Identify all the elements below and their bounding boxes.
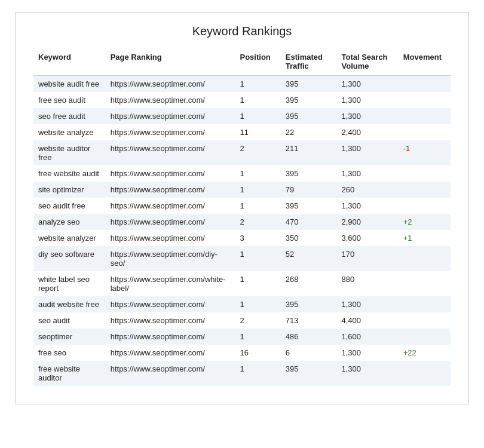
cell-page_ranking: https://www.seoptimer.com/ bbox=[106, 140, 235, 165]
cell-page_ranking: https://www.seoptimer.com/ bbox=[106, 329, 235, 345]
col-header-total-search-volume: Total Search Volume bbox=[337, 49, 399, 76]
cell-estimated_traffic: 350 bbox=[281, 230, 337, 246]
cell-movement bbox=[399, 124, 451, 140]
cell-page_ranking: https://www.seoptimer.com/ bbox=[106, 76, 235, 93]
table-row: free website audithttps://www.seoptimer.… bbox=[33, 165, 451, 182]
cell-movement: +1 bbox=[399, 230, 451, 246]
table-row: free seohttps://www.seoptimer.com/1661,3… bbox=[33, 345, 451, 361]
col-header-estimated-traffic: Estimated Traffic bbox=[281, 49, 337, 76]
cell-movement bbox=[399, 271, 451, 296]
table-row: seo free audithttps://www.seoptimer.com/… bbox=[33, 108, 451, 124]
table-header-row: Keyword Page Ranking Position Estimated … bbox=[33, 49, 451, 76]
cell-total_search_volume: 4,400 bbox=[337, 312, 399, 329]
cell-estimated_traffic: 486 bbox=[281, 329, 337, 345]
cell-estimated_traffic: 395 bbox=[281, 296, 337, 312]
cell-keyword: seoptimer bbox=[33, 329, 106, 345]
cell-position: 1 bbox=[235, 296, 280, 312]
cell-position: 1 bbox=[235, 165, 280, 182]
cell-position: 1 bbox=[235, 198, 280, 214]
cell-total_search_volume: 880 bbox=[337, 271, 399, 296]
cell-movement bbox=[399, 92, 451, 108]
cell-keyword: seo audit bbox=[33, 312, 106, 329]
cell-estimated_traffic: 713 bbox=[281, 312, 337, 329]
cell-position: 2 bbox=[235, 214, 280, 230]
cell-position: 2 bbox=[235, 312, 280, 329]
cell-total_search_volume: 1,300 bbox=[337, 76, 399, 93]
cell-movement bbox=[399, 312, 451, 329]
cell-keyword: audit website free bbox=[33, 296, 106, 312]
cell-keyword: website analyzer bbox=[33, 230, 106, 246]
table-row: free website auditorhttps://www.seoptime… bbox=[33, 361, 451, 386]
cell-movement bbox=[399, 108, 451, 124]
cell-page_ranking: https://www.seoptimer.com/ bbox=[106, 92, 235, 108]
cell-movement: +2 bbox=[399, 214, 451, 230]
table-row: free seo audithttps://www.seoptimer.com/… bbox=[33, 92, 451, 108]
table-row: analyze seohttps://www.seoptimer.com/247… bbox=[33, 214, 451, 230]
cell-total_search_volume: 2,900 bbox=[337, 214, 399, 230]
cell-page_ranking: https://www.seoptimer.com/ bbox=[106, 230, 235, 246]
cell-keyword: seo free audit bbox=[33, 108, 106, 124]
page-title: Keyword Rankings bbox=[33, 24, 451, 38]
cell-movement bbox=[399, 198, 451, 214]
cell-estimated_traffic: 6 bbox=[281, 345, 337, 361]
cell-page_ranking: https://www.seoptimer.com/ bbox=[106, 108, 235, 124]
cell-page_ranking: https://www.seoptimer.com/ bbox=[106, 182, 235, 198]
cell-page_ranking: https://www.seoptimer.com/white-label/ bbox=[106, 271, 235, 296]
cell-estimated_traffic: 211 bbox=[281, 140, 337, 165]
cell-position: 16 bbox=[235, 345, 280, 361]
cell-estimated_traffic: 395 bbox=[281, 92, 337, 108]
cell-keyword: website auditor free bbox=[33, 140, 106, 165]
col-header-keyword: Keyword bbox=[33, 49, 106, 76]
cell-total_search_volume: 260 bbox=[337, 182, 399, 198]
cell-page_ranking: https://www.seoptimer.com/ bbox=[106, 165, 235, 182]
cell-position: 1 bbox=[235, 182, 280, 198]
cell-total_search_volume: 3,600 bbox=[337, 230, 399, 246]
cell-total_search_volume: 1,300 bbox=[337, 140, 399, 165]
cell-movement bbox=[399, 296, 451, 312]
col-header-position: Position bbox=[235, 49, 280, 76]
cell-estimated_traffic: 395 bbox=[281, 76, 337, 93]
cell-estimated_traffic: 395 bbox=[281, 108, 337, 124]
cell-page_ranking: https://www.seoptimer.com/ bbox=[106, 312, 235, 329]
cell-estimated_traffic: 52 bbox=[281, 246, 337, 271]
cell-page_ranking: https://www.seoptimer.com/diy-seo/ bbox=[106, 246, 235, 271]
cell-page_ranking: https://www.seoptimer.com/ bbox=[106, 296, 235, 312]
cell-total_search_volume: 1,300 bbox=[337, 361, 399, 386]
table-row: website auditor freehttps://www.seoptime… bbox=[33, 140, 451, 165]
cell-position: 1 bbox=[235, 76, 280, 93]
table-row: website audit freehttps://www.seoptimer.… bbox=[33, 76, 451, 93]
cell-keyword: website audit free bbox=[33, 76, 106, 93]
cell-estimated_traffic: 22 bbox=[281, 124, 337, 140]
main-container: Keyword Rankings Keyword Page Ranking Po… bbox=[15, 12, 469, 404]
table-body: website audit freehttps://www.seoptimer.… bbox=[33, 76, 451, 386]
col-header-page-ranking: Page Ranking bbox=[106, 49, 235, 76]
cell-position: 11 bbox=[235, 124, 280, 140]
cell-estimated_traffic: 79 bbox=[281, 182, 337, 198]
cell-keyword: free seo bbox=[33, 345, 106, 361]
cell-keyword: free website audit bbox=[33, 165, 106, 182]
cell-movement bbox=[399, 182, 451, 198]
table-row: site optimizerhttps://www.seoptimer.com/… bbox=[33, 182, 451, 198]
table-row: seoptimerhttps://www.seoptimer.com/14861… bbox=[33, 329, 451, 345]
cell-position: 1 bbox=[235, 246, 280, 271]
cell-position: 3 bbox=[235, 230, 280, 246]
cell-page_ranking: https://www.seoptimer.com/ bbox=[106, 345, 235, 361]
cell-page_ranking: https://www.seoptimer.com/ bbox=[106, 361, 235, 386]
cell-movement bbox=[399, 246, 451, 271]
cell-keyword: free seo audit bbox=[33, 92, 106, 108]
cell-keyword: seo audit free bbox=[33, 198, 106, 214]
cell-keyword: website analyze bbox=[33, 124, 106, 140]
table-row: website analyzerhttps://www.seoptimer.co… bbox=[33, 230, 451, 246]
cell-position: 2 bbox=[235, 140, 280, 165]
cell-page_ranking: https://www.seoptimer.com/ bbox=[106, 214, 235, 230]
cell-position: 1 bbox=[235, 361, 280, 386]
cell-keyword: analyze seo bbox=[33, 214, 106, 230]
table-row: seo audithttps://www.seoptimer.com/27134… bbox=[33, 312, 451, 329]
cell-total_search_volume: 2,400 bbox=[337, 124, 399, 140]
col-header-movement: Movement bbox=[399, 49, 451, 76]
cell-movement bbox=[399, 361, 451, 386]
cell-movement bbox=[399, 165, 451, 182]
cell-movement: -1 bbox=[399, 140, 451, 165]
cell-total_search_volume: 1,300 bbox=[337, 108, 399, 124]
cell-page_ranking: https://www.seoptimer.com/ bbox=[106, 198, 235, 214]
